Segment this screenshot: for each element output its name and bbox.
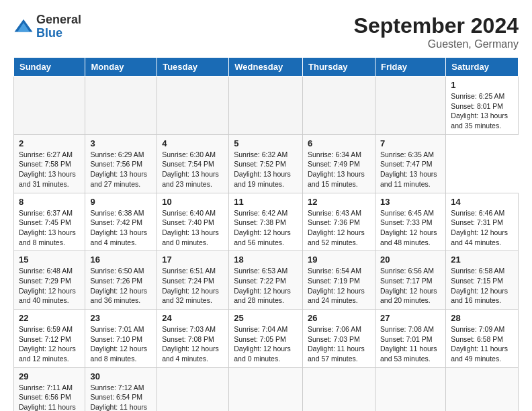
calendar-cell: 4Sunrise: 6:30 AMSunset: 7:54 PMDaylight… bbox=[157, 134, 229, 193]
cell-content: Sunrise: 6:25 AMSunset: 8:01 PMDaylight:… bbox=[451, 91, 513, 131]
cell-content: Sunrise: 7:12 AMSunset: 6:54 PMDaylight:… bbox=[90, 383, 152, 411]
logo-text: General Blue bbox=[36, 13, 81, 40]
day-number: 19 bbox=[308, 255, 370, 265]
cell-content: Sunrise: 6:58 AMSunset: 7:15 PMDaylight:… bbox=[451, 266, 513, 306]
logo-general: General bbox=[36, 13, 81, 27]
header-cell-tuesday: Tuesday bbox=[157, 58, 229, 77]
calendar-cell bbox=[229, 77, 303, 135]
cell-content: Sunrise: 6:51 AMSunset: 7:24 PMDaylight:… bbox=[162, 266, 224, 306]
cell-content: Sunrise: 6:42 AMSunset: 7:38 PMDaylight:… bbox=[234, 208, 298, 248]
cell-content: Sunrise: 6:43 AMSunset: 7:36 PMDaylight:… bbox=[308, 208, 370, 248]
calendar-cell: 11Sunrise: 6:42 AMSunset: 7:38 PMDayligh… bbox=[229, 193, 303, 251]
calendar-cell bbox=[14, 77, 85, 135]
cell-content: Sunrise: 6:45 AMSunset: 7:33 PMDaylight:… bbox=[380, 208, 441, 248]
header-cell-monday: Monday bbox=[85, 58, 157, 77]
cell-content: Sunrise: 6:30 AMSunset: 7:54 PMDaylight:… bbox=[162, 150, 224, 189]
calendar-cell: 16Sunrise: 6:50 AMSunset: 7:26 PMDayligh… bbox=[85, 251, 157, 310]
calendar-cell: 1Sunrise: 6:25 AMSunset: 8:01 PMDaylight… bbox=[446, 77, 519, 135]
day-number: 29 bbox=[19, 371, 80, 381]
cell-content: Sunrise: 7:09 AMSunset: 6:58 PMDaylight:… bbox=[451, 324, 513, 364]
calendar-cell bbox=[229, 367, 303, 411]
calendar-cell bbox=[85, 77, 157, 135]
day-number: 11 bbox=[234, 197, 298, 207]
week-row-3: 8Sunrise: 6:37 AMSunset: 7:45 PMDaylight… bbox=[14, 193, 519, 251]
calendar-cell: 8Sunrise: 6:37 AMSunset: 7:45 PMDaylight… bbox=[14, 193, 85, 251]
calendar-cell bbox=[303, 77, 375, 135]
cell-content: Sunrise: 6:56 AMSunset: 7:17 PMDaylight:… bbox=[380, 266, 441, 306]
cell-content: Sunrise: 6:46 AMSunset: 7:31 PMDaylight:… bbox=[451, 208, 513, 248]
calendar-cell: 29Sunrise: 7:11 AMSunset: 6:56 PMDayligh… bbox=[14, 367, 85, 411]
day-number: 1 bbox=[451, 80, 513, 90]
day-number: 28 bbox=[451, 313, 513, 323]
cell-content: Sunrise: 7:11 AMSunset: 6:56 PMDaylight:… bbox=[19, 383, 80, 411]
day-number: 20 bbox=[380, 255, 441, 265]
calendar-cell: 9Sunrise: 6:38 AMSunset: 7:42 PMDaylight… bbox=[85, 193, 157, 251]
day-number: 9 bbox=[90, 197, 152, 207]
day-number: 13 bbox=[380, 197, 441, 207]
day-number: 2 bbox=[19, 138, 80, 148]
week-row-4: 15Sunrise: 6:48 AMSunset: 7:29 PMDayligh… bbox=[14, 251, 519, 310]
calendar-table: SundayMondayTuesdayWednesdayThursdayFrid… bbox=[13, 57, 519, 411]
calendar-cell: 22Sunrise: 6:59 AMSunset: 7:12 PMDayligh… bbox=[14, 310, 85, 368]
location: Guesten, Germany bbox=[354, 38, 519, 50]
calendar-cell bbox=[157, 77, 229, 135]
day-number: 21 bbox=[451, 255, 513, 265]
logo-icon bbox=[13, 17, 34, 37]
day-number: 27 bbox=[380, 313, 441, 323]
cell-content: Sunrise: 6:54 AMSunset: 7:19 PMDaylight:… bbox=[308, 266, 370, 306]
cell-content: Sunrise: 6:53 AMSunset: 7:22 PMDaylight:… bbox=[234, 266, 298, 306]
day-number: 16 bbox=[90, 255, 152, 265]
page-header: General Blue September 2024 Guesten, Ger… bbox=[13, 13, 519, 50]
week-row-5: 22Sunrise: 6:59 AMSunset: 7:12 PMDayligh… bbox=[14, 310, 519, 368]
day-number: 22 bbox=[19, 313, 80, 323]
calendar-cell: 3Sunrise: 6:29 AMSunset: 7:56 PMDaylight… bbox=[85, 134, 157, 193]
cell-content: Sunrise: 7:04 AMSunset: 7:05 PMDaylight:… bbox=[234, 324, 298, 364]
day-number: 18 bbox=[234, 255, 298, 265]
week-row-6: 29Sunrise: 7:11 AMSunset: 6:56 PMDayligh… bbox=[14, 367, 519, 411]
day-number: 10 bbox=[162, 197, 224, 207]
header-cell-wednesday: Wednesday bbox=[229, 58, 303, 77]
cell-content: Sunrise: 6:29 AMSunset: 7:56 PMDaylight:… bbox=[90, 150, 152, 189]
day-number: 24 bbox=[162, 313, 224, 323]
calendar-cell: 28Sunrise: 7:09 AMSunset: 6:58 PMDayligh… bbox=[446, 310, 519, 368]
cell-content: Sunrise: 6:48 AMSunset: 7:29 PMDaylight:… bbox=[19, 266, 80, 306]
header-cell-saturday: Saturday bbox=[446, 58, 519, 77]
day-number: 5 bbox=[234, 138, 298, 148]
calendar-cell: 20Sunrise: 6:56 AMSunset: 7:17 PMDayligh… bbox=[375, 251, 445, 310]
header-cell-sunday: Sunday bbox=[14, 58, 85, 77]
calendar-cell bbox=[375, 367, 445, 411]
day-number: 25 bbox=[234, 313, 298, 323]
calendar-cell: 15Sunrise: 6:48 AMSunset: 7:29 PMDayligh… bbox=[14, 251, 85, 310]
calendar-cell: 14Sunrise: 6:46 AMSunset: 7:31 PMDayligh… bbox=[446, 193, 519, 251]
cell-content: Sunrise: 6:50 AMSunset: 7:26 PMDaylight:… bbox=[90, 266, 152, 306]
calendar-cell bbox=[157, 367, 229, 411]
calendar-cell: 5Sunrise: 6:32 AMSunset: 7:52 PMDaylight… bbox=[229, 134, 303, 193]
calendar-cell: 27Sunrise: 7:08 AMSunset: 7:01 PMDayligh… bbox=[375, 310, 445, 368]
day-number: 4 bbox=[162, 138, 224, 148]
week-row-2: 2Sunrise: 6:27 AMSunset: 7:58 PMDaylight… bbox=[14, 134, 519, 193]
header-cell-thursday: Thursday bbox=[303, 58, 375, 77]
day-number: 12 bbox=[308, 197, 370, 207]
day-number: 15 bbox=[19, 255, 80, 265]
calendar-cell: 2Sunrise: 6:27 AMSunset: 7:58 PMDaylight… bbox=[14, 134, 85, 193]
day-number: 8 bbox=[19, 197, 80, 207]
day-number: 14 bbox=[451, 197, 513, 207]
cell-content: Sunrise: 7:06 AMSunset: 7:03 PMDaylight:… bbox=[308, 324, 370, 364]
cell-content: Sunrise: 6:35 AMSunset: 7:47 PMDaylight:… bbox=[380, 150, 441, 189]
day-number: 26 bbox=[308, 313, 370, 323]
day-number: 30 bbox=[90, 371, 152, 381]
calendar-cell bbox=[303, 367, 375, 411]
cell-content: Sunrise: 6:40 AMSunset: 7:40 PMDaylight:… bbox=[162, 208, 224, 248]
month-title: September 2024 bbox=[354, 13, 519, 38]
calendar-cell: 23Sunrise: 7:01 AMSunset: 7:10 PMDayligh… bbox=[85, 310, 157, 368]
calendar-cell: 18Sunrise: 6:53 AMSunset: 7:22 PMDayligh… bbox=[229, 251, 303, 310]
calendar-cell: 21Sunrise: 6:58 AMSunset: 7:15 PMDayligh… bbox=[446, 251, 519, 310]
calendar-cell: 26Sunrise: 7:06 AMSunset: 7:03 PMDayligh… bbox=[303, 310, 375, 368]
week-row-1: 1Sunrise: 6:25 AMSunset: 8:01 PMDaylight… bbox=[14, 77, 519, 135]
cell-content: Sunrise: 6:38 AMSunset: 7:42 PMDaylight:… bbox=[90, 208, 152, 248]
calendar-cell: 25Sunrise: 7:04 AMSunset: 7:05 PMDayligh… bbox=[229, 310, 303, 368]
header-cell-friday: Friday bbox=[375, 58, 445, 77]
cell-content: Sunrise: 6:59 AMSunset: 7:12 PMDaylight:… bbox=[19, 324, 80, 364]
cell-content: Sunrise: 7:01 AMSunset: 7:10 PMDaylight:… bbox=[90, 324, 152, 364]
cell-content: Sunrise: 6:34 AMSunset: 7:49 PMDaylight:… bbox=[308, 150, 370, 189]
